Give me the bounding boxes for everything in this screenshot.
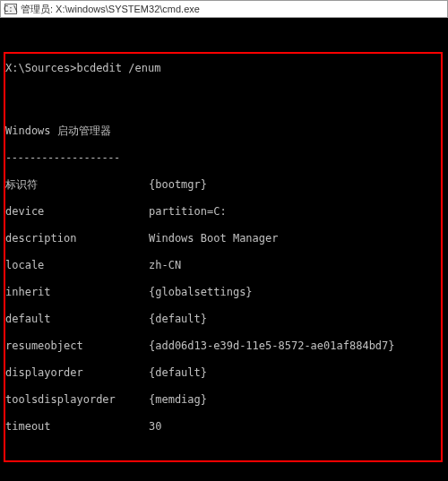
value: zh-CN: [149, 259, 181, 272]
value: {default}: [149, 366, 207, 380]
window-title-bar: C:\ 管理员: X:\windows\SYSTEM32\cmd.exe: [0, 0, 448, 18]
command-line: X:\Sources>bcdedit /enum: [5, 62, 443, 75]
key: locale: [5, 259, 149, 272]
table-row: toolsdisplayorder{memdiag}: [5, 393, 443, 407]
table-row: displayorder{default}: [5, 366, 443, 380]
key: toolsdisplayorder: [5, 393, 149, 407]
table-row: timeout30: [5, 420, 443, 434]
value: {globalsettings}: [149, 286, 253, 299]
key: 标识符: [5, 178, 149, 192]
value: {default}: [149, 313, 207, 326]
key: device: [5, 205, 149, 219]
key: description: [5, 232, 149, 245]
table-row: inherit{globalsettings}: [5, 286, 443, 299]
window-title: 管理员: X:\windows\SYSTEM32\cmd.exe: [21, 3, 200, 16]
table-row: devicepartition=C:: [5, 205, 443, 219]
table-row: 标识符{bootmgr}: [5, 178, 443, 192]
cmd-icon: C:\: [4, 4, 17, 14]
value: Windows Boot Manager: [149, 232, 279, 245]
divider: -------------------: [5, 151, 443, 165]
value: partition=C:: [149, 205, 227, 219]
value: 30: [149, 420, 161, 434]
value: {memdiag}: [149, 393, 207, 407]
table-row: localezh-CN: [5, 259, 443, 272]
value: {bootmgr}: [149, 178, 207, 192]
value: {add06d13-e39d-11e5-8572-ae01af884bd7}: [149, 339, 395, 353]
terminal-output[interactable]: X:\Sources>bcdedit /enum Windows 启动管理器 -…: [0, 18, 448, 481]
key: resumeobject: [5, 339, 149, 353]
key: default: [5, 313, 149, 326]
section-boot-manager-title: Windows 启动管理器: [5, 125, 443, 138]
table-row: resumeobject{add06d13-e39d-11e5-8572-ae0…: [5, 339, 443, 353]
key: displayorder: [5, 366, 149, 380]
key: timeout: [5, 420, 149, 434]
key: inherit: [5, 286, 149, 299]
table-row: descriptionWindows Boot Manager: [5, 232, 443, 245]
table-row: default{default}: [5, 313, 443, 326]
